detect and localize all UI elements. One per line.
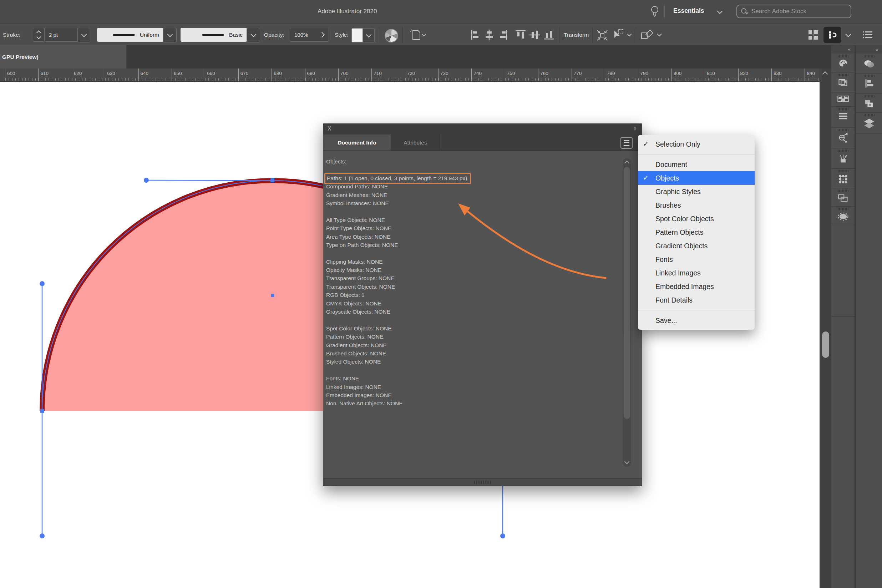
- collapse-panel-icon[interactable]: «: [633, 125, 637, 131]
- menu-item[interactable]: Linked Images: [638, 266, 754, 280]
- select-similar-icon[interactable]: [612, 28, 632, 41]
- artboards-panel-icon[interactable]: [831, 72, 855, 92]
- workspace-switcher[interactable]: Essentials: [673, 7, 704, 15]
- align-vertical-center-icon[interactable]: [529, 29, 540, 40]
- align-left-icon[interactable]: [470, 29, 480, 40]
- ruler-tick: 660: [205, 69, 238, 81]
- align-right-icon[interactable]: [499, 29, 508, 40]
- panel-resize-bar[interactable]: [323, 478, 642, 486]
- align-panel-icon[interactable]: [856, 73, 882, 94]
- scroll-up-icon[interactable]: [822, 71, 828, 77]
- transform-link[interactable]: Transform: [564, 32, 589, 39]
- menu-item[interactable]: ✓ Objects: [638, 171, 754, 185]
- transform-panel-icon[interactable]: [831, 168, 855, 188]
- transparency-panel-icon[interactable]: [856, 54, 882, 74]
- lightbulb-icon[interactable]: [650, 5, 659, 18]
- menu-item-label: Spot Color Objects: [656, 215, 714, 223]
- opacity-field[interactable]: 100%: [290, 28, 329, 42]
- selection-panel-icon[interactable]: [831, 206, 855, 225]
- menu-item[interactable]: Embedded Images: [638, 280, 754, 293]
- ruler-ticks: 6006106206306406506606706806907007107207…: [5, 69, 819, 81]
- menu-item[interactable]: Spot Color Objects: [638, 212, 754, 225]
- stepper-down-icon[interactable]: [36, 34, 41, 39]
- chevron-down-icon[interactable]: [717, 9, 723, 14]
- info-line: Gradient Meshes: NONE: [326, 191, 612, 199]
- brush-definition-chevron[interactable]: [246, 28, 260, 42]
- workspace-grid-icon[interactable]: [807, 29, 819, 41]
- width-profile-value: Uniform: [140, 32, 159, 38]
- stroke-weight-dropdown[interactable]: [77, 28, 90, 42]
- stroke-weight-field[interactable]: 2 pt: [44, 28, 78, 42]
- tab-attributes[interactable]: Attributes: [391, 135, 440, 151]
- properties-panel-button[interactable]: [824, 27, 842, 43]
- align-top-icon[interactable]: [515, 29, 526, 40]
- horizontal-ruler[interactable]: 6006106206306406506606706806907007107207…: [0, 69, 819, 82]
- pathfinder-panel-icon[interactable]: [856, 93, 882, 113]
- collapse-dock-icon[interactable]: «: [856, 45, 882, 54]
- scrollbar-thumb[interactable]: [822, 332, 829, 358]
- menu-item[interactable]: Document: [638, 158, 754, 171]
- scroll-down-icon[interactable]: [624, 459, 629, 464]
- info-line: Gradient Objects: NONE: [326, 341, 612, 349]
- stroke-weight-stepper[interactable]: [33, 28, 45, 42]
- ruler-tick: 840: [805, 69, 819, 81]
- resize-grip-icon[interactable]: [474, 481, 491, 484]
- menu-item[interactable]: [638, 154, 754, 154]
- layers-panel-icon[interactable]: [856, 112, 882, 134]
- ruler-tick: 770: [572, 69, 605, 81]
- brush-definition-dropdown[interactable]: Basic: [180, 28, 247, 42]
- chevron-down-icon[interactable]: [846, 32, 851, 38]
- info-line: Symbol Instances: NONE: [326, 199, 612, 207]
- properties-icon: [827, 30, 838, 40]
- search-adobe-stock-input[interactable]: Search Adobe Stock: [736, 4, 851, 18]
- variable-width-profile-dropdown[interactable]: Uniform: [97, 28, 164, 42]
- color-panel-icon[interactable]: [831, 54, 855, 72]
- opacity-label[interactable]: Opacity:: [264, 32, 284, 39]
- panel-scrollbar-thumb[interactable]: [624, 167, 630, 419]
- canvas-vertical-scrollbar[interactable]: [819, 69, 832, 588]
- style-swatch[interactable]: [351, 28, 363, 42]
- width-profile-chevron[interactable]: [163, 28, 177, 42]
- tab-document-info[interactable]: Document Info: [323, 135, 391, 151]
- ruler-tick: 680: [272, 69, 305, 81]
- arrange-panel-icon[interactable]: [831, 188, 855, 207]
- document-setup-icon[interactable]: [408, 28, 426, 41]
- menu-item[interactable]: ✓ Selection Only: [638, 137, 754, 151]
- menu-list-icon[interactable]: [862, 30, 873, 40]
- menu-item[interactable]: Brushes: [638, 198, 754, 212]
- menu-item[interactable]: Save...: [638, 314, 754, 327]
- stroke-label[interactable]: Stroke:: [3, 32, 20, 39]
- divider: [636, 27, 636, 43]
- menu-item[interactable]: Gradient Objects: [638, 239, 754, 253]
- menu-item[interactable]: Font Details: [638, 293, 754, 307]
- style-dropdown-chevron[interactable]: [363, 28, 375, 42]
- divider: [379, 27, 379, 43]
- align-bottom-icon[interactable]: [543, 29, 555, 40]
- close-icon[interactable]: X: [327, 126, 332, 132]
- menu-item[interactable]: Pattern Objects: [638, 225, 754, 239]
- menu-item-label: Embedded Images: [656, 283, 714, 290]
- menu-item[interactable]: Graphic Styles: [638, 185, 754, 198]
- dock-divider: [831, 315, 855, 317]
- isolate-mode-icon[interactable]: [640, 28, 664, 41]
- document-tab-bar: GPU Preview): [0, 45, 831, 69]
- collapse-dock-icon[interactable]: «: [831, 45, 855, 54]
- document-tab[interactable]: GPU Preview): [0, 45, 126, 69]
- properties-list-panel-icon[interactable]: [831, 106, 855, 128]
- stepper-up-icon[interactable]: [36, 30, 41, 35]
- document-tab-label: GPU Preview): [2, 54, 39, 60]
- menu-item[interactable]: [638, 310, 754, 310]
- brushes-panel-icon[interactable]: [831, 148, 855, 169]
- menu-item[interactable]: Fonts: [638, 253, 754, 266]
- share-node-panel-icon[interactable]: [831, 128, 855, 148]
- chevron-right-icon[interactable]: [320, 32, 325, 38]
- menu-item-label: Font Details: [656, 296, 693, 304]
- scroll-up-icon[interactable]: [624, 160, 629, 165]
- panel-menu-button[interactable]: [621, 137, 633, 149]
- panel-scrollbar[interactable]: [622, 158, 631, 467]
- recolor-artwork-icon[interactable]: [385, 29, 398, 42]
- ruler-tick: 620: [72, 69, 105, 81]
- shared-edit-icon[interactable]: [596, 29, 609, 42]
- align-horizontal-center-icon[interactable]: [484, 29, 494, 40]
- export-grid-panel-icon[interactable]: [831, 92, 855, 106]
